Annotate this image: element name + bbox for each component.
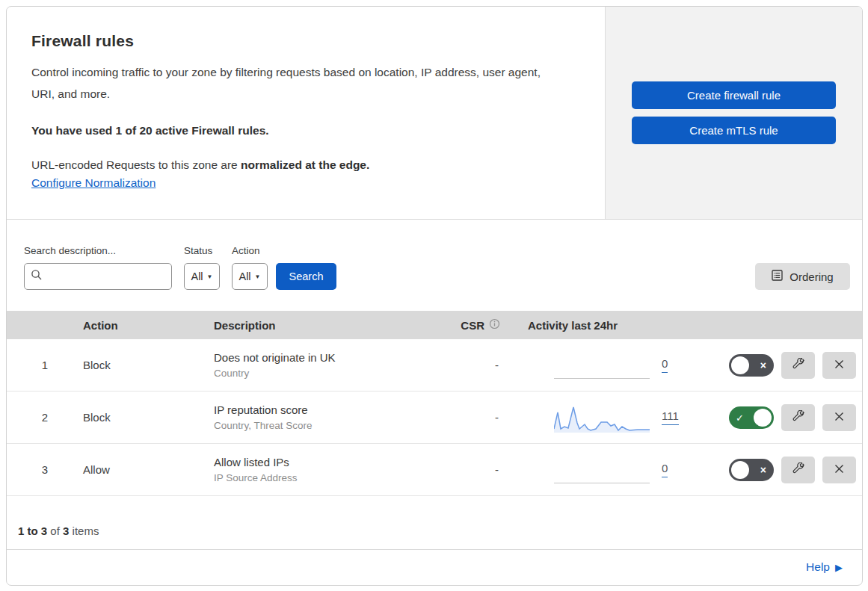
action-select[interactable]: All ▼ bbox=[232, 263, 268, 290]
search-icon bbox=[31, 269, 43, 284]
wrench-icon bbox=[792, 358, 804, 372]
action-field: Action All ▼ bbox=[232, 245, 268, 290]
activity-count-link[interactable]: 0 bbox=[662, 357, 668, 373]
activity-flatline bbox=[554, 483, 650, 483]
delete-rule-button[interactable] bbox=[822, 352, 856, 379]
configure-normalization-link[interactable]: Configure Normalization bbox=[31, 176, 156, 190]
rule-fields: Country bbox=[214, 368, 449, 379]
arrow-right-icon: ▶ bbox=[835, 562, 843, 573]
rule-description: IP reputation score bbox=[214, 403, 449, 416]
rule-csr-value: - bbox=[449, 359, 517, 371]
action-select-value: All bbox=[238, 270, 250, 282]
status-field: Status All ▼ bbox=[184, 245, 220, 290]
info-icon[interactable] bbox=[489, 318, 500, 332]
rule-description: Does not originate in UK bbox=[214, 351, 449, 364]
delete-rule-button[interactable] bbox=[822, 404, 856, 431]
normalization-note: URL-encoded Requests to this zone are no… bbox=[31, 158, 575, 172]
activity-chart bbox=[554, 402, 650, 433]
edit-rule-button[interactable] bbox=[781, 352, 815, 379]
help-bar: Help ▶ bbox=[7, 550, 862, 584]
normalization-note-prefix: URL-encoded Requests to this zone are bbox=[31, 158, 241, 171]
rule-action: Block bbox=[83, 359, 214, 371]
rule-priority: 3 bbox=[7, 463, 83, 476]
search-box[interactable] bbox=[24, 263, 172, 290]
page-header-text: Firewall rules Control incoming traffic … bbox=[7, 7, 605, 219]
items-range: 1 to 3 bbox=[18, 525, 47, 537]
activity-sparkline bbox=[554, 402, 650, 433]
search-button[interactable]: Search bbox=[276, 263, 336, 290]
wrench-icon bbox=[792, 462, 804, 477]
activity-flatline bbox=[554, 378, 650, 379]
search-field: Search description... bbox=[24, 245, 172, 290]
rule-fields: Country, Threat Score bbox=[214, 420, 449, 431]
items-of: of bbox=[50, 525, 60, 537]
rule-action: Allow bbox=[83, 463, 214, 476]
activity-count-link[interactable]: 0 bbox=[662, 462, 668, 477]
column-header-action: Action bbox=[83, 319, 214, 332]
action-panel: Create firewall rule Create mTLS rule bbox=[605, 7, 862, 219]
table-row: 1 Block Does not originate in UK Country… bbox=[7, 339, 862, 392]
toggle-knob bbox=[731, 461, 749, 479]
enable-toggle[interactable]: ✓ × bbox=[729, 459, 774, 481]
rule-csr-value: - bbox=[449, 411, 517, 424]
rule-priority: 1 bbox=[7, 359, 83, 371]
wrench-icon bbox=[792, 410, 804, 424]
search-label: Search description... bbox=[24, 245, 172, 256]
action-label: Action bbox=[232, 245, 268, 256]
status-select[interactable]: All ▼ bbox=[184, 263, 220, 290]
firewall-rules-card: Firewall rules Control incoming traffic … bbox=[6, 6, 863, 586]
page-description: Control incoming traffic to your zone by… bbox=[31, 62, 558, 105]
table-row: 3 Allow Allow listed IPs IP Source Addre… bbox=[7, 444, 862, 496]
column-header-description: Description bbox=[214, 319, 449, 332]
column-header-activity: Activity last 24hr bbox=[517, 319, 696, 332]
search-input[interactable] bbox=[47, 270, 165, 282]
ordering-list-icon bbox=[772, 270, 783, 283]
close-icon bbox=[834, 411, 845, 424]
items-total: 3 bbox=[63, 525, 69, 537]
rule-priority: 2 bbox=[7, 411, 83, 424]
usage-summary: You have used 1 of 20 active Firewall ru… bbox=[31, 124, 575, 137]
create-mtls-rule-button[interactable]: Create mTLS rule bbox=[632, 117, 836, 144]
delete-rule-button[interactable] bbox=[822, 457, 856, 483]
items-label: items bbox=[73, 525, 99, 537]
rule-fields: IP Source Address bbox=[214, 472, 449, 483]
close-icon bbox=[834, 359, 845, 372]
check-icon: ✓ bbox=[736, 412, 744, 422]
toggle-knob bbox=[754, 409, 772, 427]
table-footer: 1 to 3 of 3 items bbox=[7, 496, 862, 550]
column-header-csr: CSR bbox=[449, 318, 517, 332]
status-label: Status bbox=[184, 245, 220, 256]
status-select-value: All bbox=[191, 270, 203, 282]
activity-chart bbox=[554, 454, 650, 486]
csr-header-label: CSR bbox=[461, 319, 484, 332]
x-icon: × bbox=[760, 360, 766, 371]
toggle-knob bbox=[731, 356, 749, 374]
chevron-down-icon: ▼ bbox=[255, 273, 261, 280]
rule-description: Allow listed IPs bbox=[214, 456, 449, 468]
chevron-down-icon: ▼ bbox=[207, 273, 213, 280]
activity-count-link[interactable]: 111 bbox=[662, 409, 679, 425]
help-link-label: Help bbox=[806, 560, 830, 574]
create-firewall-rule-button[interactable]: Create firewall rule bbox=[632, 81, 836, 109]
rule-action: Block bbox=[83, 411, 214, 424]
normalization-note-bold: normalized at the edge. bbox=[241, 158, 369, 171]
activity-chart bbox=[554, 350, 650, 381]
help-link[interactable]: Help ▶ bbox=[806, 560, 843, 574]
page-header: Firewall rules Control incoming traffic … bbox=[7, 7, 862, 220]
close-icon bbox=[834, 463, 845, 477]
filter-bar: Search description... Status All ▼ Actio… bbox=[7, 220, 862, 311]
ordering-button[interactable]: Ordering bbox=[755, 263, 850, 290]
x-icon: × bbox=[760, 465, 766, 475]
enable-toggle[interactable]: ✓ × bbox=[729, 406, 774, 429]
table-row: 2 Block IP reputation score Country, Thr… bbox=[7, 392, 862, 444]
edit-rule-button[interactable] bbox=[781, 457, 815, 483]
enable-toggle[interactable]: ✓ × bbox=[729, 354, 774, 377]
edit-rule-button[interactable] bbox=[781, 404, 815, 431]
ordering-button-label: Ordering bbox=[789, 270, 833, 283]
table-header: Action Description CSR Activity last 24h… bbox=[7, 311, 862, 339]
rule-csr-value: - bbox=[449, 463, 517, 476]
page-title: Firewall rules bbox=[31, 32, 575, 50]
